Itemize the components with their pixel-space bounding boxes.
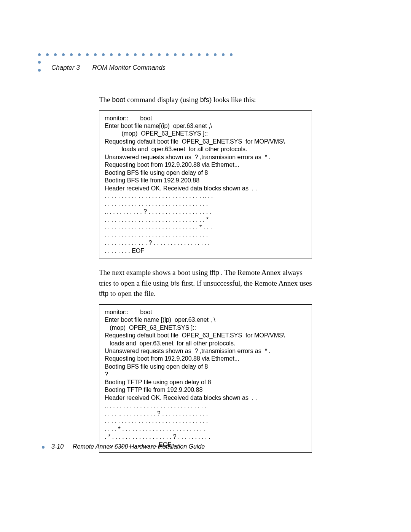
code-word-tftp: tftp bbox=[210, 269, 219, 276]
decor-dot-icon bbox=[134, 53, 137, 56]
chapter-label: Chapter 3 bbox=[51, 64, 80, 71]
decor-dot-icon bbox=[214, 53, 217, 56]
decor-dot-icon bbox=[62, 53, 65, 56]
decor-dot-icon bbox=[150, 53, 153, 56]
text: command display (using bbox=[125, 96, 200, 104]
page-number: 3-10 bbox=[51, 443, 64, 450]
decor-dot-icon bbox=[102, 53, 105, 56]
body-column: The boot command display (using bfs) loo… bbox=[99, 94, 312, 461]
decor-dot-icon bbox=[38, 61, 41, 64]
code-word-bfs: bfs bbox=[170, 280, 180, 287]
text: to open the file. bbox=[108, 289, 156, 297]
code-block-tftp: monitor:: boot Enter boot file name [(ip… bbox=[99, 304, 312, 453]
decor-dot-icon bbox=[230, 53, 233, 56]
decor-dot-icon bbox=[158, 53, 161, 56]
intro-paragraph-1: The boot command display (using bfs) loo… bbox=[99, 94, 312, 105]
decor-dot-icon bbox=[110, 53, 113, 56]
decor-dot-icon bbox=[206, 53, 209, 56]
decor-dot-icon bbox=[46, 53, 49, 56]
decor-dot-icon bbox=[94, 53, 97, 56]
decor-dot-icon bbox=[54, 53, 57, 56]
page: Chapter 3 ROM Monitor Commands The boot … bbox=[0, 0, 411, 532]
decor-dot-icon bbox=[70, 53, 73, 56]
decor-dot-icon bbox=[166, 53, 169, 56]
decor-dot-col bbox=[38, 61, 41, 72]
decor-dot-icon bbox=[86, 53, 89, 56]
running-header: Chapter 3 ROM Monitor Commands bbox=[51, 64, 166, 72]
text: The bbox=[99, 96, 112, 104]
decor-dot-icon bbox=[182, 53, 185, 56]
decor-dot-icon bbox=[38, 69, 41, 72]
text: first. If unsuccessful, the Remote Annex… bbox=[180, 279, 312, 287]
decor-dot-icon bbox=[126, 53, 129, 56]
decor-dot-row bbox=[38, 53, 233, 56]
code-block-bfs: monitor:: boot Enter boot file name[(ip)… bbox=[99, 110, 312, 259]
text: The next example shows a boot using bbox=[99, 268, 210, 276]
code-word-tftp-2: tftp bbox=[99, 290, 108, 297]
decor-dot-icon bbox=[198, 53, 201, 56]
decor-dot-icon bbox=[78, 53, 81, 56]
footer-title: Remote Annex 6300 Hardware Installation … bbox=[73, 443, 205, 450]
decor-dot-icon bbox=[174, 53, 177, 56]
section-label: ROM Monitor Commands bbox=[92, 64, 166, 71]
footer: 3-10 Remote Annex 6300 Hardware Installa… bbox=[42, 443, 205, 450]
decor-dot-icon bbox=[222, 53, 225, 56]
code-word-bfs: bfs bbox=[200, 96, 209, 104]
footer-dot-icon bbox=[42, 446, 45, 449]
decor-dot-icon bbox=[142, 53, 145, 56]
code-word-boot: boot bbox=[112, 96, 125, 104]
intro-paragraph-2: The next example shows a boot using tftp… bbox=[99, 267, 312, 299]
text: ) looks like this: bbox=[209, 96, 256, 104]
decor-dot-icon bbox=[118, 53, 121, 56]
decor-dot-icon bbox=[38, 53, 41, 56]
decor-dot-icon bbox=[190, 53, 193, 56]
